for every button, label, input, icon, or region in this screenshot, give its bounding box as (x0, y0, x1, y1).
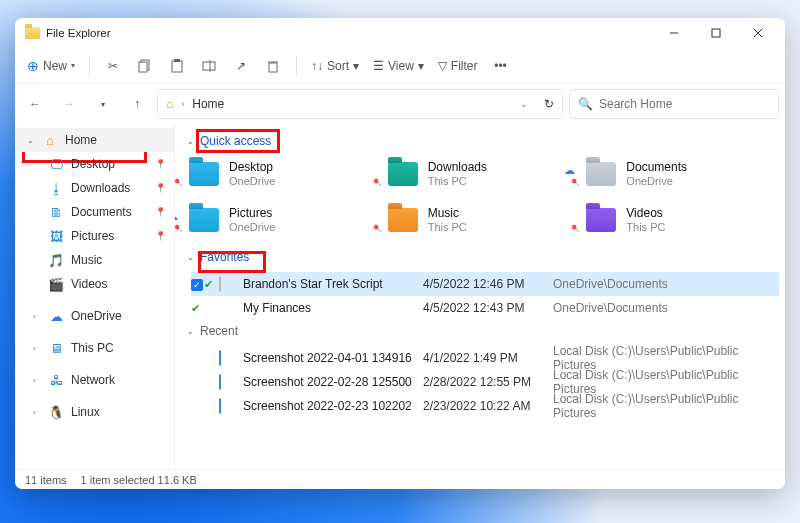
downloads-icon: ⭳ (48, 180, 64, 196)
sort-icon: ↑↓ (311, 59, 323, 73)
sidebar-item-pictures[interactable]: 🖼Pictures📍 (15, 224, 174, 248)
folder-icon (388, 162, 418, 186)
image-icon (219, 350, 221, 366)
checkbox-icon[interactable]: ✓ (191, 279, 203, 291)
filter-label: Filter (451, 59, 478, 73)
sidebar-item-label: Documents (71, 205, 132, 219)
item-subtitle: OneDrive (626, 175, 687, 189)
pin-icon: 📍 (175, 176, 186, 191)
file-name: Screenshot 2022-04-01 134916 (243, 351, 423, 365)
item-title: Pictures (229, 206, 275, 221)
file-date: 4/5/2022 12:43 PM (423, 301, 553, 315)
sort-label: Sort (327, 59, 349, 73)
sidebar-item-documents[interactable]: 🗎Documents📍 (15, 200, 174, 224)
quick-access-item[interactable]: 📍VideosThis PC (586, 200, 775, 240)
share-icon: ↗ (236, 59, 246, 73)
recent-locations-button[interactable]: ▾ (89, 90, 117, 118)
sidebar-item-network[interactable]: ›🖧Network (15, 368, 174, 392)
sidebar-item-linux[interactable]: ›🐧Linux (15, 400, 174, 424)
item-title: Documents (626, 160, 687, 175)
sync-ok-icon: ✔ (204, 278, 213, 291)
sidebar-item-label: Videos (71, 277, 107, 291)
rename-button[interactable] (194, 52, 224, 80)
quick-access-item[interactable]: ☁📍PicturesOneDrive (189, 200, 378, 240)
cut-button[interactable]: ✂ (98, 52, 128, 80)
refresh-button[interactable]: ↻ (544, 97, 554, 111)
recent-row[interactable]: Screenshot 2022-04-01 1349164/1/2022 1:4… (191, 344, 779, 368)
sidebar-item-desktop[interactable]: 🖵Desktop📍 (15, 152, 174, 176)
share-button[interactable]: ↗ (226, 52, 256, 80)
recent-label: Recent (200, 324, 238, 338)
quick-access-item[interactable]: 📍DownloadsThis PC (388, 154, 577, 194)
quick-access-item[interactable]: 📍MusicThis PC (388, 200, 577, 240)
close-button[interactable] (737, 20, 779, 46)
paste-icon (170, 59, 184, 73)
view-button[interactable]: ☰View▾ (367, 52, 430, 80)
quick-access-item[interactable]: ☁📍DocumentsOneDrive (586, 154, 775, 194)
home-icon: ⌂ (42, 132, 58, 148)
linux-icon: 🐧 (48, 404, 64, 420)
item-subtitle: This PC (428, 221, 467, 235)
sidebar-item-onedrive[interactable]: ›☁OneDrive (15, 304, 174, 328)
sidebar-item-home[interactable]: ⌄ ⌂ Home (15, 128, 174, 152)
file-name: Screenshot 2022-02-28 125500 (243, 375, 423, 389)
search-input[interactable]: 🔍 (569, 89, 779, 119)
recent-row[interactable]: Screenshot 2022-02-23 1022022/23/2022 10… (191, 392, 779, 416)
sort-button[interactable]: ↑↓Sort▾ (305, 52, 365, 80)
network-icon: 🖧 (48, 372, 64, 388)
pictures-icon: 🖼 (48, 228, 64, 244)
chevron-down-icon[interactable]: ⌄ (520, 99, 528, 109)
copy-icon (138, 59, 152, 73)
breadcrumb[interactable]: ⌂ › Home ⌄ ↻ (157, 89, 563, 119)
paste-button[interactable] (162, 52, 192, 80)
item-title: Downloads (428, 160, 487, 175)
more-button[interactable]: ••• (486, 52, 516, 80)
rename-icon (202, 59, 216, 73)
favorite-row[interactable]: ✓✔Brandon's Star Trek Script4/5/2022 12:… (191, 272, 779, 296)
svg-rect-7 (174, 59, 180, 62)
sidebar-item-music[interactable]: 🎵Music (15, 248, 174, 272)
item-subtitle: OneDrive (229, 221, 275, 235)
sidebar-item-label: Linux (71, 405, 100, 419)
item-title: Music (428, 206, 467, 221)
chevron-right-icon: › (33, 312, 41, 321)
copy-button[interactable] (130, 52, 160, 80)
delete-button[interactable] (258, 52, 288, 80)
sidebar-item-downloads[interactable]: ⭳Downloads📍 (15, 176, 174, 200)
item-subtitle: This PC (626, 221, 665, 235)
favorite-row[interactable]: ✔My Finances4/5/2022 12:43 PMOneDrive\Do… (191, 296, 779, 320)
up-button[interactable]: ↑ (123, 90, 151, 118)
forward-button[interactable]: → (55, 90, 83, 118)
maximize-button[interactable] (695, 20, 737, 46)
separator (296, 56, 297, 76)
back-button[interactable]: ← (21, 90, 49, 118)
recent-header[interactable]: ⌄ Recent (181, 320, 779, 342)
favorites-header[interactable]: ⌄ Favorites (181, 244, 779, 270)
svg-rect-8 (203, 62, 215, 70)
nav-row: ← → ▾ ↑ ⌂ › Home ⌄ ↻ 🔍 (15, 84, 785, 124)
quick-access-header[interactable]: ⌄ Quick access (181, 128, 779, 154)
quick-access-item[interactable]: ✔📍DesktopOneDrive (189, 154, 378, 194)
folder-icon (586, 162, 616, 186)
favorites-label: Favorites (200, 250, 249, 264)
chevron-down-icon: ▾ (71, 61, 75, 70)
svg-rect-10 (269, 63, 277, 72)
sidebar-item-thispc[interactable]: ›🖥This PC (15, 336, 174, 360)
sidebar-item-label: Pictures (71, 229, 114, 243)
new-button[interactable]: ⊕ New ▾ (21, 52, 81, 80)
sidebar: ⌄ ⌂ Home 🖵Desktop📍 ⭳Downloads📍 🗎Document… (15, 124, 175, 469)
file-name: Brandon's Star Trek Script (243, 277, 423, 291)
item-title: Videos (626, 206, 665, 221)
app-title: File Explorer (21, 27, 653, 39)
sidebar-item-videos[interactable]: 🎬Videos (15, 272, 174, 296)
recent-row[interactable]: Screenshot 2022-02-28 1255002/28/2022 12… (191, 368, 779, 392)
videos-icon: 🎬 (48, 276, 64, 292)
scissors-icon: ✂ (108, 59, 118, 73)
folder-icon (189, 162, 219, 186)
breadcrumb-label: Home (192, 97, 224, 111)
minimize-button[interactable] (653, 20, 695, 46)
search-field[interactable] (599, 97, 770, 111)
home-icon: ⌂ (166, 97, 173, 111)
filter-button[interactable]: ▽Filter (432, 52, 484, 80)
file-date: 4/1/2022 1:49 PM (423, 351, 553, 365)
